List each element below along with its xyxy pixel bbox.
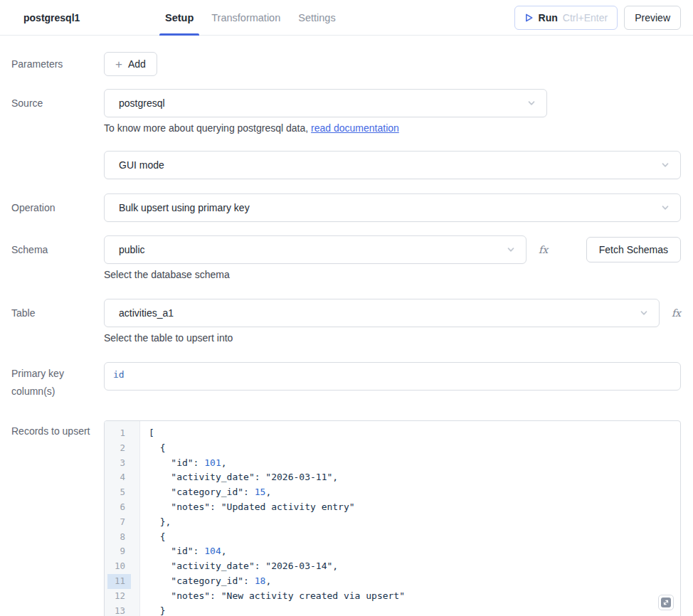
line-number: 2 (107, 441, 131, 456)
setup-form: Parameters + Add Source postgresql To kn… (0, 52, 693, 616)
primary-key-value: id (113, 369, 125, 380)
code-line[interactable]: "activity_date": "2026-03-11", (149, 470, 680, 485)
records-editor[interactable]: 12345678910111213 [ { "id": 101, "activi… (104, 420, 681, 616)
code-line[interactable]: "activity_date": "2026-03-14", (149, 559, 680, 574)
chevron-down-icon (506, 245, 516, 255)
records-code-area[interactable]: [ { "id": 101, "activity_date": "2026-03… (140, 421, 680, 616)
records-row: Records to upsert 12345678910111213 [ { … (0, 420, 681, 616)
source-row: Source postgresql To know more about que… (0, 89, 681, 135)
add-parameter-label: Add (128, 58, 146, 70)
primary-key-label: Primary key column(s) (0, 362, 104, 400)
code-line[interactable]: }, (149, 515, 680, 530)
schema-select[interactable]: public (104, 235, 527, 264)
line-number: 9 (107, 544, 131, 559)
tab-setup[interactable]: Setup (159, 0, 199, 36)
play-icon (524, 13, 534, 23)
code-line[interactable]: { (149, 441, 680, 456)
run-button[interactable]: Run Ctrl+Enter (514, 6, 618, 30)
code-line[interactable]: "notes": "New activity created via upser… (149, 589, 680, 604)
query-title: postgresql1 (23, 12, 80, 23)
query-editor-panel: postgresql1 Setup Transformation Setting… (0, 0, 693, 616)
mode-label-spacer (0, 151, 104, 179)
mode-select-value: GUI mode (119, 159, 164, 171)
line-number: 4 (107, 470, 131, 485)
run-shortcut: Ctrl+Enter (563, 12, 608, 23)
primary-key-row: Primary key column(s) id (0, 362, 681, 400)
header-actions: Run Ctrl+Enter Preview (514, 6, 681, 30)
operation-select[interactable]: Bulk upsert using primary key (104, 193, 681, 222)
expand-editor-button[interactable] (658, 595, 674, 610)
tab-transformation[interactable]: Transformation (206, 0, 286, 36)
code-line[interactable]: "category_id": 18, (149, 574, 680, 589)
line-number: 3 (107, 456, 131, 471)
operation-select-value: Bulk upsert using primary key (119, 202, 250, 213)
schema-helper: Select the database schema (104, 267, 681, 282)
source-label: Source (0, 89, 104, 135)
table-row: Table activities_a1 fx Select the table … (0, 299, 681, 345)
add-parameter-button[interactable]: + Add (104, 52, 157, 76)
query-tabs: Setup Transformation Settings (159, 0, 342, 36)
fx-icon[interactable]: fx (672, 307, 681, 319)
source-select[interactable]: postgresql (104, 89, 547, 117)
parameters-label: Parameters (0, 52, 104, 76)
table-select[interactable]: activities_a1 (104, 299, 660, 327)
records-label: Records to upsert (0, 420, 104, 616)
tab-transformation-label: Transformation (211, 12, 280, 23)
tab-setup-label: Setup (165, 12, 194, 23)
chevron-down-icon (527, 98, 536, 108)
code-line[interactable]: [ (149, 426, 680, 441)
tab-settings[interactable]: Settings (292, 0, 341, 36)
table-helper: Select the table to upsert into (104, 331, 681, 345)
parameters-row: Parameters + Add (0, 52, 681, 76)
mode-row: GUI mode (0, 151, 681, 179)
source-helper: To know more about querying postgresql d… (104, 121, 681, 135)
query-header: postgresql1 Setup Transformation Setting… (0, 0, 693, 36)
line-number: 6 (107, 500, 131, 515)
line-number: 7 (107, 515, 131, 530)
plus-icon: + (115, 58, 122, 70)
table-select-value: activities_a1 (119, 307, 174, 319)
expand-icon (661, 598, 671, 607)
read-documentation-link[interactable]: read documentation (311, 122, 399, 134)
code-line[interactable]: "notes": "Updated activity entry" (149, 500, 680, 515)
line-number: 13 (107, 604, 131, 616)
code-line[interactable]: "category_id": 15, (149, 485, 680, 500)
preview-button[interactable]: Preview (624, 6, 681, 30)
fx-icon[interactable]: fx (539, 244, 548, 255)
chevron-down-icon (639, 308, 649, 318)
line-number: 11 (107, 574, 131, 589)
code-line[interactable]: "id": 101, (149, 456, 680, 471)
code-line[interactable]: "id": 104, (149, 544, 680, 559)
primary-key-input[interactable]: id (104, 362, 681, 391)
schema-select-value: public (119, 244, 145, 255)
operation-label: Operation (0, 193, 104, 222)
chevron-down-icon (660, 203, 670, 213)
schema-row: Schema public fx Fetch Schemas Select th… (0, 235, 681, 282)
operation-row: Operation Bulk upsert using primary key (0, 193, 681, 222)
line-number: 5 (107, 485, 131, 500)
line-number-gutter: 12345678910111213 (105, 421, 140, 616)
table-label: Table (0, 299, 104, 345)
source-select-value: postgresql (119, 97, 165, 109)
code-line[interactable]: } (149, 604, 680, 616)
run-button-label: Run (539, 12, 558, 23)
code-line[interactable]: { (149, 530, 680, 545)
source-helper-text: To know more about querying postgresql d… (104, 122, 311, 134)
tab-settings-label: Settings (298, 12, 335, 23)
schema-label: Schema (0, 235, 104, 282)
line-number: 12 (107, 589, 131, 604)
line-number: 8 (107, 530, 131, 545)
line-number: 10 (107, 559, 131, 574)
fetch-schemas-button[interactable]: Fetch Schemas (586, 237, 681, 262)
chevron-down-icon (660, 160, 670, 170)
line-number: 1 (107, 426, 131, 441)
mode-select[interactable]: GUI mode (104, 151, 681, 179)
